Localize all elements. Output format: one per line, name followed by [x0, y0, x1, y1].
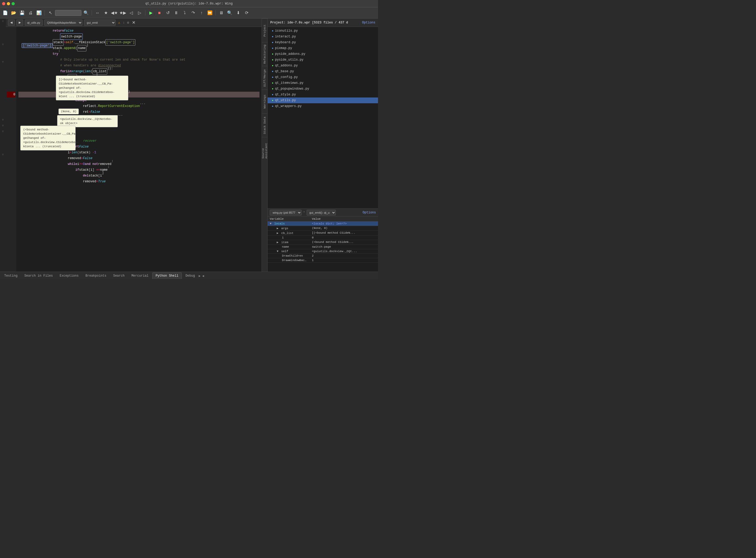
tab-search[interactable]: Search	[110, 273, 128, 279]
tab-testing[interactable]: Testing	[1, 273, 21, 279]
proj-file-pixmap[interactable]: ●pixmap.py	[268, 45, 378, 51]
chart-button[interactable]: 📊	[35, 9, 43, 17]
tab-search-in-files[interactable]: Search in Files	[21, 273, 56, 279]
search-input[interactable]	[55, 10, 81, 16]
stop-button[interactable]: ■	[156, 9, 163, 17]
nav-prev-button[interactable]: ◀	[8, 20, 15, 26]
step-into-button[interactable]: ⤵	[181, 9, 188, 17]
step-out-button[interactable]: ↑	[198, 9, 205, 17]
screen-button[interactable]: 🖥	[217, 9, 225, 17]
cursor-button[interactable]: ↖	[47, 9, 54, 17]
debug-row-drawchildren[interactable]: DrawChildren 2	[268, 254, 378, 258]
proj-file-qt-wrappers[interactable]: ●qt_wrappers.py	[268, 103, 378, 109]
debug-row-self[interactable]: ▼ self <guiutils.dockview._CQt...	[268, 249, 378, 254]
proj-file-iconutils[interactable]: ●iconutils.py	[268, 28, 378, 34]
tooltip-none-0: (None, 0)	[58, 108, 79, 115]
project-options-button[interactable]: Options	[362, 21, 375, 25]
replace-button[interactable]: ↔	[94, 9, 101, 17]
fold-line[interactable]: ▽	[0, 19, 6, 24]
next-bookmark-button[interactable]: ★▶	[119, 9, 126, 17]
code-editor[interactable]: 0	[6, 27, 262, 272]
save-file-button[interactable]: 💾	[19, 9, 26, 17]
minimize-button[interactable]	[7, 2, 10, 5]
prev-bookmark-button[interactable]: ◀★	[111, 9, 118, 17]
expand-icon[interactable]: ▼	[270, 222, 271, 225]
proj-file-qt-popupwindows[interactable]: ●qt_popupwindows.py	[268, 86, 378, 92]
proj-file-qt-style[interactable]: ●qt_style.py	[268, 92, 378, 98]
proj-file-qt-base[interactable]: ●qt_base.py	[268, 69, 378, 74]
continue-button[interactable]: ⏩	[206, 9, 214, 17]
maximize-button[interactable]	[11, 2, 15, 5]
proj-file-pyside-utils[interactable]: ●pyside_utils.py	[268, 57, 378, 63]
tab-mercurial[interactable]: Mercurial	[128, 273, 152, 279]
proj-file-pyside-addons[interactable]: ●pyside_addons.py	[268, 51, 378, 57]
debug-row-name[interactable]: name switch-page	[268, 245, 378, 249]
method-dropdown[interactable]: gui_emit	[84, 20, 115, 26]
titlebar: qt_utils.py (src/guiutils): ide-7.0s.wpr…	[0, 0, 378, 7]
file-icon: ●	[272, 70, 273, 73]
proj-file-qt-utils[interactable]: ●qt_utils.py	[268, 98, 378, 103]
expand-icon[interactable]: ▶	[277, 241, 279, 244]
file-breadcrumb[interactable]: qt_utils.py	[25, 20, 43, 26]
restart-button[interactable]: ↺	[164, 9, 172, 17]
back-button[interactable]: ◁	[128, 9, 135, 17]
print-button[interactable]: 🖨	[27, 9, 34, 17]
debug-row-item[interactable]: ▶ item (<bound method CSideN...	[268, 240, 378, 245]
tab-diff-merge[interactable]: Diff/Merge	[262, 66, 267, 90]
proj-file-keyboard[interactable]: ●keyboard.py	[268, 40, 378, 45]
debug-process-select[interactable]: wing.py (pid 8577	[270, 210, 302, 215]
expand-icon[interactable]: ▶	[277, 227, 279, 230]
close-button[interactable]	[2, 2, 5, 5]
debug-options[interactable]: Options	[363, 211, 376, 214]
refresh-button[interactable]: ⟳	[243, 9, 250, 17]
nav-next-button[interactable]: ▶	[16, 20, 23, 26]
debug-row-locals[interactable]: ▼ locals <locals dict; len=7>	[268, 222, 378, 226]
debug-cell-value: 0	[310, 235, 378, 240]
forward-button[interactable]: ▷	[136, 9, 143, 17]
tab-python-shell[interactable]: Python Shell	[152, 273, 182, 279]
zoom-button[interactable]: 🔍	[226, 9, 233, 17]
step-over-button[interactable]: ↷	[189, 9, 197, 17]
tab-refactoring[interactable]: Refactoring	[262, 42, 267, 66]
expand-icon[interactable]: ▼	[277, 250, 279, 253]
debug-cell-name: DrawWindowBackgro	[268, 258, 310, 262]
line-numbers: 0	[6, 27, 16, 272]
expand-icon[interactable]: ▶	[277, 232, 279, 235]
class-dropdown[interactable]: QtWidgetAdapterMixin	[44, 20, 82, 26]
code-line: stack.append(name)	[19, 45, 259, 51]
file-icon: ●	[272, 105, 273, 108]
more-tabs-button[interactable]: ▶	[199, 274, 201, 278]
more-tabs2-button[interactable]: ◀	[202, 274, 204, 278]
debug-row-drawwindow[interactable]: DrawWindowBackgro 1	[268, 258, 378, 263]
tab-stack-data[interactable]: Stack Data	[262, 113, 267, 137]
close-editor-button[interactable]: ✕	[131, 20, 136, 26]
run-button[interactable]: ▶	[147, 9, 155, 17]
down-button[interactable]: ⬇	[234, 9, 242, 17]
proj-file-interact[interactable]: ●interact.py	[268, 34, 378, 40]
debug-frame-select[interactable]: gui_emit(): qt_u	[307, 210, 336, 215]
window-title: qt_utils.py (src/guiutils): ide-7.0s.wpr…	[146, 2, 233, 5]
search-button[interactable]: 🔍	[82, 9, 90, 17]
open-file-button[interactable]: 📂	[10, 9, 17, 17]
debug-cell-name: ▶ args	[268, 226, 310, 230]
debug-col-variable: Variable	[268, 217, 310, 221]
tab-breakpoints[interactable]: Breakpoints	[82, 273, 109, 279]
debug-row-cblist[interactable]: ▶ cb_list [(<bound method CSideN...	[268, 231, 378, 235]
tab-exceptions[interactable]: Exceptions	[56, 273, 82, 279]
debug-row-i[interactable]: i 0	[268, 235, 378, 240]
tab-project[interactable]: Project	[262, 19, 267, 42]
proj-file-qt-itemviews[interactable]: ●qt_itemviews.py	[268, 80, 378, 86]
proj-file-qt-addons[interactable]: ●qt_addons.py	[268, 63, 378, 69]
tab-warnings[interactable]: Warnings	[262, 90, 267, 113]
proj-file-qt-config[interactable]: ●qt_config.py	[268, 74, 378, 80]
file-icon: ●	[272, 53, 273, 56]
tab-debug[interactable]: Debug	[182, 273, 198, 279]
debug-row-args[interactable]: ▶ args (None, 0)	[268, 226, 378, 231]
code-line: switch-page	[19, 34, 259, 40]
tab-source-assistant[interactable]: Source Assistant	[262, 137, 267, 161]
debug-cell-name: ▶ item	[268, 240, 310, 245]
pause-button[interactable]: ⏸	[173, 9, 180, 17]
debug-header: wing.py (pid 8577 * gui_emit(): qt_u Opt…	[268, 209, 378, 217]
bookmark-button[interactable]: ★	[102, 9, 110, 17]
new-file-button[interactable]: 📄	[2, 9, 9, 17]
